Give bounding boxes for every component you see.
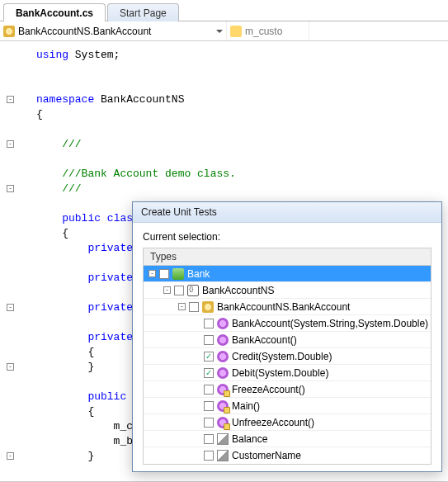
tree-item-label: BankAccount(): [232, 334, 297, 346]
tree-checkbox[interactable]: [204, 418, 214, 428]
tab-start-page[interactable]: Start Page: [107, 3, 179, 21]
tree-row[interactable]: BankAccount(System.String,System.Double): [144, 315, 431, 332]
chevron-down-icon: [216, 30, 223, 33]
method-priv-icon: [217, 400, 229, 412]
class-icon: [3, 26, 15, 37]
class-scope-dropdown[interactable]: BankAccountNS.BankAccount: [0, 21, 227, 40]
tree-checkbox[interactable]: [204, 335, 214, 345]
tree-item-label: Balance: [232, 433, 267, 445]
method-priv-icon: [217, 384, 229, 395]
tree-row[interactable]: Balance: [144, 431, 431, 447]
tree-row[interactable]: BankAccount(): [144, 332, 431, 348]
method-icon: [217, 318, 229, 329]
tree-row[interactable]: -BankAccountNS.BankAccount: [144, 299, 431, 315]
tree-item-label: CustomerName: [232, 450, 301, 461]
ns-icon: [187, 285, 199, 296]
tree-item-label: Main(): [232, 400, 260, 412]
tree-item-label: BankAccountNS: [202, 285, 274, 296]
outline-toggle[interactable]: -: [7, 140, 14, 148]
class-scope-label: BankAccountNS.BankAccount: [18, 26, 151, 37]
outline-toggle[interactable]: -: [7, 304, 14, 311]
prop-icon: [217, 450, 229, 461]
tree-checkbox[interactable]: [204, 385, 214, 395]
tree-item-label: UnfreezeAccount(): [232, 417, 314, 428]
tree-checkbox[interactable]: [204, 434, 214, 444]
tree-row[interactable]: ✓Debit(System.Double): [144, 365, 431, 381]
class-icon: [202, 301, 214, 313]
tree-item-label: BankAccount(System.String,System.Double): [232, 318, 428, 329]
tree-checkbox[interactable]: [204, 319, 214, 328]
tree-expander[interactable]: -: [178, 303, 186, 310]
tree-item-label: Debit(System.Double): [232, 367, 328, 379]
tree-expander[interactable]: -: [149, 270, 156, 277]
tree-checkbox[interactable]: [174, 286, 184, 295]
code-nav-bar: BankAccountNS.BankAccount m_custo: [0, 21, 448, 41]
create-unit-tests-dialog: Create Unit Tests Current selection: Typ…: [132, 201, 442, 472]
tree-row[interactable]: Main(): [144, 398, 431, 414]
tree-item-label: FreezeAccount(): [232, 384, 305, 395]
tree-row[interactable]: FreezeAccount(): [144, 381, 431, 398]
tree-row[interactable]: -BankAccountNS: [144, 282, 431, 299]
method-icon: [217, 351, 229, 362]
tree-item-label: Credit(System.Double): [232, 351, 332, 362]
outline-toggle[interactable]: -: [7, 185, 14, 192]
member-scope-dropdown[interactable]: m_custo: [227, 21, 309, 40]
current-selection-label: Current selection:: [143, 231, 431, 243]
dialog-title: Create Unit Tests: [133, 202, 441, 223]
types-header: Types: [143, 248, 431, 265]
prop-icon: [217, 433, 229, 445]
tab-bankaccount-cs[interactable]: BankAccount.cs: [3, 3, 106, 21]
csproj-icon: [172, 268, 184, 280]
types-tree[interactable]: -Bank-BankAccountNS-BankAccountNS.BankAc…: [143, 265, 431, 465]
outline-toggle[interactable]: -: [7, 452, 14, 460]
tree-checkbox[interactable]: [204, 401, 214, 411]
field-icon: [230, 26, 242, 37]
tree-row[interactable]: ✓Credit(System.Double): [144, 348, 431, 365]
tree-checkbox[interactable]: [189, 302, 199, 312]
method-icon: [217, 367, 229, 379]
tree-item-label: BankAccountNS.BankAccount: [217, 301, 350, 313]
outline-toggle[interactable]: -: [7, 96, 14, 103]
method-priv-icon: [217, 417, 229, 428]
method-icon: [217, 334, 229, 346]
tree-checkbox[interactable]: ✓: [204, 368, 214, 378]
tree-item-label: Bank: [187, 268, 210, 280]
tree-checkbox[interactable]: [159, 269, 169, 279]
tab-strip: BankAccount.cs Start Page: [0, 0, 448, 21]
tree-expander[interactable]: -: [163, 286, 171, 294]
tree-row[interactable]: -Bank: [144, 266, 431, 282]
tree-checkbox[interactable]: [204, 451, 214, 461]
tree-row[interactable]: UnfreezeAccount(): [144, 414, 431, 431]
tree-checkbox[interactable]: ✓: [204, 352, 214, 362]
member-scope-label: m_custo: [245, 26, 282, 37]
tree-row[interactable]: CustomerName: [144, 447, 431, 464]
outline-toggle[interactable]: -: [7, 363, 14, 371]
